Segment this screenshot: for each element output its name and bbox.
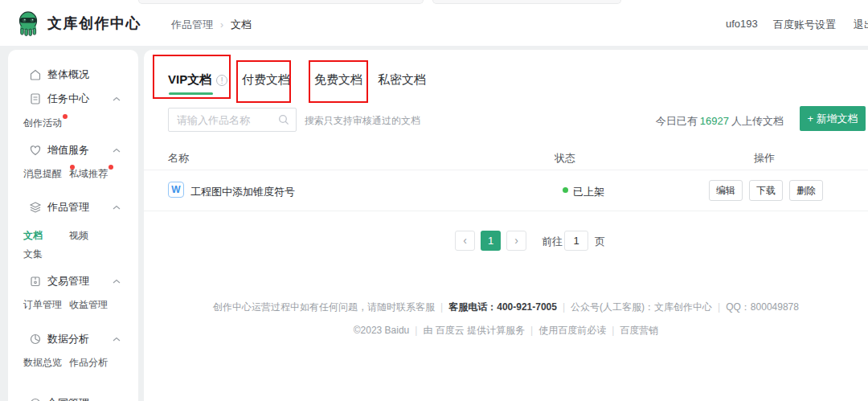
tab-paid-documents[interactable]: 付费文档 bbox=[242, 72, 290, 88]
sidebar-item-data-overview[interactable]: 数据总览 bbox=[23, 356, 69, 370]
username-link[interactable]: ufo193 bbox=[726, 18, 758, 30]
sidebar-item-task-center[interactable]: 任务中心 bbox=[8, 91, 138, 107]
search-hint-text: 搜索只支持审核通过的文档 bbox=[305, 114, 420, 128]
chevron-up-icon[interactable] bbox=[113, 205, 121, 210]
goto-page-input[interactable] bbox=[564, 231, 588, 251]
next-page-button[interactable]: › bbox=[506, 231, 526, 251]
sidebar-item-collections[interactable]: 文集 bbox=[23, 248, 43, 261]
logout-link[interactable]: 退出 bbox=[854, 18, 868, 32]
home-icon bbox=[29, 68, 42, 81]
goto-page-unit: 页 bbox=[595, 235, 605, 249]
column-header-actions: 操作 bbox=[754, 151, 775, 166]
word-file-icon: W bbox=[168, 182, 184, 198]
sidebar-subgroup-trade: 订单管理 收益管理 bbox=[8, 297, 138, 312]
document-title[interactable]: 工程图中添加锥度符号 bbox=[190, 185, 295, 199]
layers-icon bbox=[29, 201, 42, 214]
circle-icon bbox=[29, 397, 42, 401]
sidebar-item-contract-management[interactable]: 合同管理 bbox=[8, 395, 138, 401]
column-header-name: 名称 bbox=[168, 151, 189, 166]
tab-private-documents[interactable]: 私密文档 bbox=[378, 72, 426, 88]
tab-vip-documents[interactable]: VIP文档 ! bbox=[168, 72, 227, 88]
sidebar-subgroup-works-row1: 文档 视频 bbox=[8, 228, 138, 243]
support-phone: 客服电话：400-921-7005 bbox=[448, 301, 557, 313]
upload-stat: 今日已有16927人上传文档 bbox=[656, 114, 784, 129]
chevron-up-icon[interactable] bbox=[113, 148, 121, 153]
main-content: VIP文档 ! 付费文档 免费文档 私密文档 搜索只支持审核通过的文档 今日已有… bbox=[144, 50, 868, 401]
upload-count: 16927 bbox=[700, 115, 729, 127]
edit-button[interactable]: 编辑 bbox=[709, 180, 743, 201]
sidebar-item-trade-management[interactable]: 交易管理 bbox=[8, 273, 138, 289]
breadcrumb: 作品管理 › 文档 bbox=[171, 18, 252, 32]
sidebar-item-order-management[interactable]: 订单管理 bbox=[23, 298, 69, 312]
chevron-up-icon[interactable] bbox=[113, 337, 121, 342]
top-header: 文库创作中心 作品管理 › 文档 ufo193 百度账号设置 退出 bbox=[0, 0, 868, 46]
sidebar-subgroup-analytics: 数据总览 作品分析 bbox=[8, 355, 138, 370]
footer-copyright-line: ©2023 Baidu|由 百度云 提供计算服务|使用百度前必读|百度营销 bbox=[144, 324, 868, 338]
order-box-icon bbox=[29, 275, 42, 288]
breadcrumb-separator-icon: › bbox=[220, 19, 223, 31]
sidebar-subgroup-works-row2: 文集 bbox=[8, 247, 138, 261]
column-header-status: 状态 bbox=[555, 151, 575, 166]
sidebar-item-data-analysis[interactable]: 数据分析 bbox=[8, 331, 138, 347]
sidebar-item-value-added-services[interactable]: 增值服务 bbox=[8, 142, 138, 158]
status-dot-icon bbox=[563, 187, 568, 193]
sidebar-item-works-management[interactable]: 作品管理 bbox=[8, 199, 138, 215]
active-tab-underline bbox=[169, 92, 213, 95]
chevron-up-icon[interactable] bbox=[113, 96, 121, 101]
breadcrumb-section[interactable]: 作品管理 bbox=[171, 18, 213, 32]
app-logo[interactable]: 文库创作中心 bbox=[16, 10, 141, 36]
sidebar-item-overview[interactable]: 整体概况 bbox=[8, 67, 138, 83]
heart-icon bbox=[29, 144, 42, 157]
goto-page-label: 前往 bbox=[542, 235, 563, 249]
sidebar-item-revenue-management[interactable]: 收益管理 bbox=[69, 298, 108, 312]
add-document-button[interactable]: + 新增文档 bbox=[800, 106, 866, 131]
sidebar-subgroup-vas: 消息提醒 私域推荐 bbox=[8, 166, 138, 181]
sidebar-item-works-analysis[interactable]: 作品分析 bbox=[69, 356, 108, 370]
sidebar-item-documents[interactable]: 文档 bbox=[23, 229, 69, 243]
tab-free-documents[interactable]: 免费文档 bbox=[314, 72, 362, 88]
chevron-up-icon[interactable] bbox=[113, 279, 121, 284]
footer-support-line: 创作中心运营过程中如有任何问题，请随时联系客服|客服电话：400-921-700… bbox=[144, 301, 868, 314]
task-list-icon bbox=[29, 92, 42, 105]
table-row: W 工程图中添加锥度符号 已上架 编辑 下载 删除 bbox=[144, 170, 868, 211]
sidebar-item-creation-activity[interactable]: 创作活动 bbox=[23, 117, 62, 130]
account-settings-link[interactable]: 百度账号设置 bbox=[773, 18, 836, 32]
sidebar-item-private-recommend[interactable]: 私域推荐 bbox=[69, 167, 108, 181]
search-box bbox=[168, 108, 297, 132]
browser-tab-remnant bbox=[138, 0, 424, 4]
info-icon[interactable]: ! bbox=[216, 75, 227, 86]
squid-mascot-icon bbox=[16, 10, 40, 36]
search-input[interactable] bbox=[169, 114, 278, 126]
sidebar-item-videos[interactable]: 视频 bbox=[69, 229, 88, 243]
breadcrumb-current: 文档 bbox=[231, 18, 252, 32]
search-icon[interactable] bbox=[278, 114, 289, 125]
table-header: 名称 状态 操作 bbox=[144, 146, 868, 170]
app-logo-text: 文库创作中心 bbox=[47, 14, 141, 33]
delete-button[interactable]: 删除 bbox=[789, 180, 823, 201]
prev-page-button[interactable]: ‹ bbox=[455, 231, 475, 251]
status-text: 已上架 bbox=[573, 185, 604, 199]
download-button[interactable]: 下载 bbox=[749, 180, 783, 201]
sidebar: 整体概况 任务中心 创作活动 增值服务 消息提醒 私域推荐 bbox=[8, 50, 138, 401]
browser-tab-remnant bbox=[432, 0, 621, 4]
sidebar-subgroup-task: 创作活动 bbox=[8, 116, 138, 130]
sidebar-item-message-reminder[interactable]: 消息提醒 bbox=[23, 167, 69, 181]
pie-chart-icon bbox=[29, 333, 42, 346]
current-page-button[interactable]: 1 bbox=[481, 231, 501, 251]
